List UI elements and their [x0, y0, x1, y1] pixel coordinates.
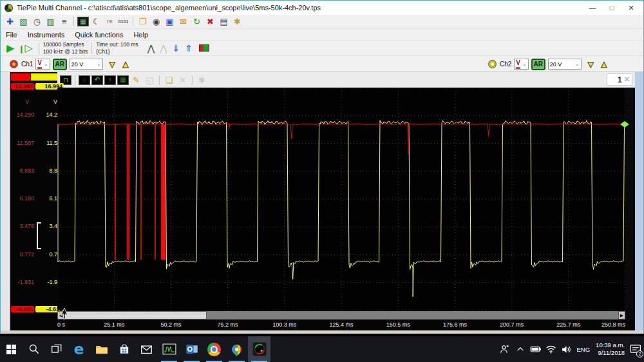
left-panel-splitter[interactable]	[1, 72, 10, 330]
zoom-out-icon[interactable]: ↑	[104, 75, 116, 85]
menubar: FileInstrumentsQuick functionsHelp	[1, 29, 643, 40]
ch1-range-select[interactable]: 20 V⌄	[70, 59, 103, 70]
close-button[interactable]: ✕	[621, 1, 641, 14]
ch1-range-up-button[interactable]: ▲	[121, 59, 131, 69]
ch2-range-select[interactable]: 20 V⌄	[548, 59, 582, 70]
store-button[interactable]	[113, 336, 135, 362]
menu-help[interactable]: Help	[128, 30, 153, 39]
envelope-off-icon[interactable]: ⋀	[160, 44, 167, 53]
voltage-axis: V V 16.99416.99414.29014.29011.58711.587…	[11, 88, 57, 321]
language-indicator[interactable]: ENG	[575, 346, 592, 353]
right-panel-strip[interactable]	[635, 72, 643, 330]
binary-settings-icon[interactable]: 0101	[117, 16, 129, 28]
chrome-button[interactable]	[203, 336, 225, 362]
divider	[73, 17, 74, 26]
channel2-controls: Ch2 V⌄ AR 20 V⌄ ▼ ▲	[488, 57, 611, 71]
acquisition-toolbar: ▶ ❙▷ 100000 Samples 100 kHz @ 12 bits Ti…	[1, 40, 643, 56]
menu-file[interactable]: File	[1, 30, 23, 39]
combine-instruments-icon[interactable]: ▧	[17, 16, 30, 28]
chevron-up-icon[interactable]	[513, 336, 527, 362]
time-tick-label: 175.6 ms	[443, 321, 467, 328]
wifi-icon[interactable]	[544, 336, 558, 362]
action-center-button[interactable]: 2	[629, 336, 643, 362]
sample-rate: 100 kHz @ 12 bits	[43, 48, 88, 55]
envelope-on-icon[interactable]: ⋀	[147, 44, 155, 53]
ch2-indicator-icon[interactable]	[488, 60, 497, 68]
xy-mode-icon[interactable]: ◌	[79, 75, 90, 85]
display-settings-icon[interactable]	[199, 44, 209, 52]
people-icon[interactable]	[498, 336, 512, 362]
ch2-label: Ch2	[500, 61, 511, 68]
oneshot-button[interactable]: ❙▷	[18, 43, 32, 53]
stream-up-icon[interactable]: ⇑	[185, 44, 193, 53]
minimize-button[interactable]: —	[583, 1, 602, 14]
graph-tab[interactable]: 1 ✕	[607, 73, 632, 86]
ch1-indicator-icon[interactable]	[10, 60, 18, 68]
start-button[interactable]	[0, 336, 23, 362]
outlook-button[interactable]	[180, 336, 203, 362]
titlebar[interactable]: TiePie Multi Channel - c:\atiscd\atis\at…	[1, 1, 643, 15]
waveform-plot[interactable]	[57, 88, 625, 310]
grid-icon[interactable]: ▦	[117, 75, 129, 85]
horizontal-scrollbar[interactable]: ◀ ▶	[57, 311, 625, 319]
night-mode-icon[interactable]: ☾	[90, 16, 102, 28]
email-icon[interactable]: ✉	[177, 16, 189, 28]
add-instrument-icon[interactable]: ✚	[4, 16, 16, 28]
ch2-range-down-button[interactable]: ▼	[586, 59, 596, 69]
ch2-axis-header[interactable]	[31, 73, 57, 81]
callout-icon[interactable]: ❏	[163, 74, 175, 86]
io-graph-icon[interactable]: ▥	[44, 16, 57, 28]
delete-icon[interactable]: ✖	[204, 16, 216, 28]
keyboard-icon[interactable]: ▦	[77, 17, 89, 26]
menu-instruments[interactable]: Instruments	[23, 30, 70, 39]
screenshot-icon[interactable]: ◉	[150, 16, 162, 28]
ch1-axis-value[interactable]: -4.635	[11, 306, 34, 312]
probe-icon[interactable]: I'E	[104, 16, 116, 28]
scrollbar-thumb[interactable]	[64, 311, 207, 319]
settings-icon[interactable]: ✱	[231, 16, 243, 28]
maps-button[interactable]	[225, 336, 248, 362]
task-view-button[interactable]	[45, 336, 68, 362]
file-explorer-button[interactable]	[90, 336, 113, 362]
divider	[75, 75, 75, 85]
channel1-controls: Ch1 V⌄ AR 20 V⌄ ▼ ▲	[10, 57, 132, 71]
ch1-autorange-button[interactable]: AR	[53, 59, 67, 70]
open-file-icon[interactable]: ❐	[137, 16, 149, 28]
ch2-coupling-select[interactable]: V⌄	[514, 59, 528, 70]
multimeter-icon[interactable]: ◷	[31, 16, 43, 28]
folder-icon	[95, 343, 108, 355]
ch1-axis-value[interactable]: 16.994	[11, 83, 34, 90]
ch1-range-down-button[interactable]: ▼	[108, 59, 117, 69]
trigger-level-icon[interactable]	[620, 120, 629, 128]
timeout-value: Time out: 100 ms	[96, 41, 138, 48]
start-button[interactable]: ▶	[6, 43, 14, 53]
waveform-canvas[interactable]	[57, 88, 625, 310]
taskbar-search-button[interactable]	[23, 336, 45, 362]
generator-icon[interactable]: ≡	[58, 16, 70, 28]
graph-close-icon[interactable]: ✕	[624, 75, 630, 84]
mail-button[interactable]	[135, 336, 158, 362]
channel-bar: Ch1 V⌄ AR 20 V⌄ ▼ ▲ Ch2 V⌄ AR 20 V⌄ ▼ ▲	[1, 56, 643, 72]
clock[interactable]: 10:39 a.m. 9/11/2018	[593, 341, 627, 357]
refresh-icon[interactable]: ↻	[191, 16, 203, 28]
print-icon[interactable]: ▤	[218, 16, 230, 28]
undo-zoom-icon[interactable]: ↶	[91, 75, 103, 85]
ch1-coupling-select[interactable]: V⌄	[35, 59, 50, 70]
menu-quick-functions[interactable]: Quick functions	[70, 30, 128, 39]
scroll-right-icon[interactable]: ▶	[618, 311, 625, 319]
ch1-label: Ch1	[21, 61, 33, 68]
volume-icon[interactable]	[560, 336, 574, 362]
pen-icon[interactable]: ✎	[130, 74, 142, 86]
edge-button[interactable]: e	[68, 336, 90, 362]
maximize-button[interactable]: □	[602, 1, 621, 14]
ch1-axis-header[interactable]	[11, 73, 30, 81]
tiepie-taskbar-button[interactable]	[248, 336, 270, 362]
sample-info: 100000 Samples 100 kHz @ 12 bits	[43, 41, 88, 55]
scope-app-button[interactable]	[158, 336, 180, 362]
ch2-range-up-button[interactable]: ▲	[600, 59, 609, 69]
save-icon[interactable]: ▣	[164, 16, 176, 28]
sample-count: 100000 Samples	[43, 41, 88, 48]
battery-icon[interactable]	[529, 336, 543, 362]
ch2-autorange-button[interactable]: AR	[531, 59, 545, 70]
stream-down-icon[interactable]: ⇓	[173, 44, 180, 53]
